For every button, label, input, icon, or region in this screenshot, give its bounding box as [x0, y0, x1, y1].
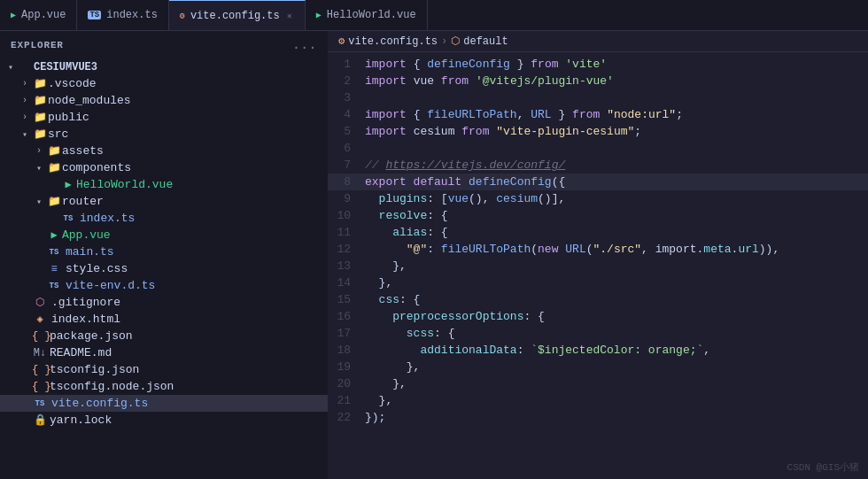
sidebar-item-node-modules[interactable]: › 📁 node_modules [0, 92, 328, 109]
ts-icon: TS [88, 11, 101, 19]
code-line-16: 16 preprocessorOptions: { [328, 308, 868, 325]
code-line-7: 7 // https://vitejs.dev/config/ [328, 157, 868, 174]
sidebar-item-tsconfig[interactable]: { } tsconfig.json [0, 361, 328, 378]
vue-icon: ▶ [11, 10, 16, 20]
code-line-10: 10 resolve: { [328, 207, 868, 224]
editor-area: ⚙ vite.config.ts › ⬡ default 1 import { … [328, 31, 868, 479]
code-line-4: 4 import { fileURLToPath, URL } from "no… [328, 106, 868, 123]
breadcrumb: ⚙ vite.config.ts › ⬡ default [328, 31, 868, 52]
item-label: style.css [62, 262, 328, 275]
sidebar-item-main-ts[interactable]: TS main.ts [0, 243, 328, 260]
sidebar-item-vite-config[interactable]: TS vite.config.ts [0, 395, 328, 412]
code-line-19: 19 }, [328, 359, 868, 375]
explorer-title: EXPLORER [11, 40, 64, 50]
item-label: index.html [48, 313, 328, 326]
sidebar-item-vite-env[interactable]: TS vite-env.d.ts [0, 277, 328, 294]
gear-icon: ⚙ [180, 11, 185, 21]
folder-icon: 📁 [46, 161, 62, 174]
ts-file-icon: TS [46, 282, 62, 290]
chevron-down-icon: ▾ [4, 62, 18, 73]
sidebar-item-vscode[interactable]: › 📁 .vscode [0, 75, 328, 92]
code-line-6: 6 [328, 140, 868, 157]
sidebar-item-helloworld[interactable]: ▶ HelloWorld.vue [0, 176, 328, 193]
tab-index-ts[interactable]: TS index.ts [77, 0, 168, 30]
code-line-20: 20 }, [328, 375, 868, 392]
tab-vite-config[interactable]: ⚙ vite.config.ts ✕ [169, 0, 306, 30]
tab-helloworld[interactable]: ▶ HelloWorld.vue [306, 0, 428, 30]
item-label: router [62, 195, 328, 208]
sidebar-item-public[interactable]: › 📁 public [0, 109, 328, 126]
sidebar-item-app-vue[interactable]: ▶ App.vue [0, 227, 328, 243]
sidebar-more-button[interactable]: ... [292, 38, 317, 52]
chevron-down-icon: ▾ [18, 129, 32, 140]
item-label: .vscode [48, 77, 328, 90]
code-line-3: 3 [328, 89, 868, 106]
chevron-right-icon: › [18, 79, 32, 89]
sidebar-item-assets[interactable]: › 📁 assets [0, 143, 328, 159]
item-label: src [48, 127, 328, 141]
sidebar-item-tsconfig-node[interactable]: { } tsconfig.node.json [0, 378, 328, 395]
item-label: README.md [48, 346, 328, 359]
ts-file-icon: TS [46, 248, 62, 257]
item-label: HelloWorld.vue [76, 178, 328, 191]
code-line-11: 11 alias: { [328, 224, 868, 241]
code-line-14: 14 }, [328, 274, 868, 291]
item-label: tsconfig.json [48, 363, 328, 376]
sidebar-item-index-html[interactable]: ◈ index.html [0, 311, 328, 328]
folder-icon: 📁 [32, 94, 48, 107]
sidebar-item-components[interactable]: ▾ 📁 components [0, 159, 328, 176]
folder-icon: 📁 [46, 195, 62, 208]
item-label: public [48, 111, 328, 124]
main-area: EXPLORER ... ▾ CESIUMVUE3 › 📁 .vscode › … [0, 31, 868, 479]
sidebar-item-readme[interactable]: M↓ README.md [0, 344, 328, 361]
sidebar-item-router[interactable]: ▾ 📁 router [0, 193, 328, 210]
code-line-15: 15 css: { [328, 291, 868, 308]
vue-file-icon: ▶ [60, 178, 76, 191]
tab-bar: ▶ App.vue TS index.ts ⚙ vite.config.ts ✕… [0, 0, 868, 31]
chevron-right-icon: › [18, 112, 32, 122]
code-line-8: 8 export default defineConfig({ [328, 174, 868, 190]
html-icon: ◈ [32, 313, 48, 326]
code-line-1: 1 import { defineConfig } from 'vite' [328, 56, 868, 73]
chevron-down-icon: ▾ [32, 197, 46, 207]
vue-file-icon: ▶ [46, 228, 62, 242]
item-label: yarn.lock [48, 413, 328, 427]
item-label: .gitignore [48, 296, 328, 309]
sidebar-item-yarn-lock[interactable]: 🔒 yarn.lock [0, 412, 328, 429]
tab-label: HelloWorld.vue [327, 9, 416, 21]
tab-label: index.ts [106, 9, 158, 21]
sidebar-item-package-json[interactable]: { } package.json [0, 328, 328, 344]
root-label: CESIUMVUE3 [34, 61, 328, 73]
code-line-9: 9 plugins: [vue(), cesium()], [328, 190, 868, 207]
code-editor[interactable]: 1 import { defineConfig } from 'vite' 2 … [328, 52, 868, 479]
sidebar-item-router-index[interactable]: TS index.ts [0, 210, 328, 227]
tab-label: App.vue [21, 9, 66, 21]
item-label: vite-env.d.ts [62, 279, 328, 292]
tab-close-button[interactable]: ✕ [285, 10, 294, 22]
md-icon: M↓ [32, 347, 48, 359]
item-label: main.ts [62, 245, 328, 259]
chevron-down-icon: ▾ [32, 163, 46, 174]
code-line-17: 17 scss: { [328, 325, 868, 342]
folder-icon: 📁 [32, 111, 48, 124]
code-line-12: 12 "@": fileURLToPath(new URL("./src", i… [328, 241, 868, 258]
gear-icon: ⚙ [338, 35, 345, 48]
item-label: App.vue [62, 228, 328, 242]
breadcrumb-symbol: default [463, 35, 508, 48]
item-label: tsconfig.node.json [48, 380, 328, 393]
tab-app-vue[interactable]: ▶ App.vue [0, 0, 77, 30]
git-icon: ⬡ [32, 296, 48, 309]
sidebar-item-gitignore[interactable]: ⬡ .gitignore [0, 294, 328, 311]
item-label: index.ts [76, 212, 328, 225]
sidebar-item-src[interactable]: ▾ 📁 src [0, 126, 328, 143]
item-label: node_modules [48, 94, 328, 107]
tree-root[interactable]: ▾ CESIUMVUE3 [0, 59, 328, 75]
lock-icon: 🔒 [32, 413, 48, 427]
code-line-22: 22 }); [328, 409, 868, 426]
css-file-icon: ≡ [46, 263, 62, 275]
code-line-13: 13 }, [328, 258, 868, 274]
json-icon: { } [32, 364, 48, 376]
breadcrumb-file: vite.config.ts [348, 35, 438, 48]
tab-label: vite.config.ts [190, 10, 280, 22]
sidebar-item-style-css[interactable]: ≡ style.css [0, 260, 328, 277]
